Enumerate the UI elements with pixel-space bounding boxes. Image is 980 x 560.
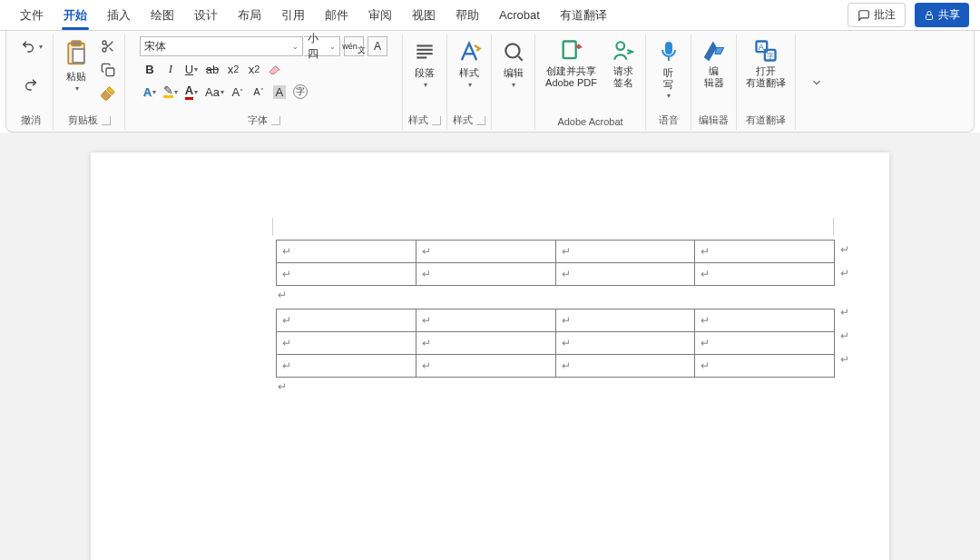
group-label-youdao: 有道翻译 [746,112,786,128]
editing-button[interactable]: 编辑▾ [498,36,529,91]
strikethrough-button[interactable]: ab [202,59,222,79]
eraser-icon [268,62,282,76]
format-painter-button[interactable] [97,84,119,103]
tab-view[interactable]: 视图 [403,2,445,29]
font-name-combo[interactable]: 宋体⌄ [140,36,303,56]
enclose-char-button[interactable]: 字 [290,82,310,102]
table-row[interactable]: ↵↵↵↵ [277,263,835,286]
tab-help[interactable]: 帮助 [446,2,488,29]
paragraph-button[interactable]: 段落▾ [409,36,440,91]
editor-icon [701,38,727,64]
tab-file[interactable]: 文件 [11,2,53,29]
ribbon: ▾ 撤消 粘贴 ▾ [5,31,975,133]
font-dialog-launcher[interactable] [271,116,280,125]
share-icon [924,10,935,21]
document-table-2[interactable]: ↵↵↵↵ ↵↵↵↵ ↵↵↵↵ [276,309,835,378]
request-signature-button[interactable]: 请求签名 [608,36,639,90]
document-area[interactable]: ↵↵↵↵ ↵↵↵↵ ↵ ↵ ↵ ↵↵↵↵ ↵↵↵↵ ↵↵↵↵ ↵ ↵ ↵ ↵ [0,133,980,560]
group-label-editor: 编辑器 [699,112,729,128]
text-effects-button[interactable]: A▾ [140,82,160,102]
group-label-clipboard: 剪贴板 [68,113,98,127]
char-border-button[interactable]: A [368,36,387,56]
grow-font-button[interactable]: A˄ [228,82,248,102]
dictate-button[interactable]: 听写▾ [654,36,683,102]
subscript-button[interactable]: x2 [223,59,243,79]
table-row[interactable]: ↵↵↵↵ [277,309,835,332]
group-label-voice: 语音 [659,112,679,128]
editor-button[interactable]: 编辑器 [698,36,730,90]
font-size-combo[interactable]: 小四⌄ [304,36,340,56]
svg-point-11 [505,44,519,57]
tab-mailings[interactable]: 邮件 [316,2,358,29]
pdf-share-icon [559,38,584,64]
shrink-font-button[interactable]: A˅ [249,82,269,102]
tab-review[interactable]: 审阅 [359,2,401,29]
paragraph-icon [413,38,436,65]
paste-button[interactable]: 粘贴 ▾ [59,36,93,94]
char-shading-button[interactable]: A [270,82,289,102]
tab-draw[interactable]: 绘图 [142,2,183,29]
clipboard-dialog-launcher[interactable] [102,116,111,125]
styles-button[interactable]: 样式▾ [453,36,485,91]
paste-icon [63,38,90,69]
underline-button[interactable]: U▾ [181,59,201,79]
ribbon-tabs: 文件 开始 插入 绘图 设计 布局 引用 邮件 审阅 视图 帮助 Acrobat… [0,0,980,31]
paragraph-dialog-launcher[interactable] [432,116,441,125]
document-table-1[interactable]: ↵↵↵↵ ↵↵↵↵ [276,240,835,286]
bold-button[interactable]: B [140,59,160,79]
copy-icon [101,63,115,77]
group-label-paragraph: 样式 [408,113,428,127]
search-icon [502,38,525,65]
group-label-font: 字体 [248,113,268,127]
brush-icon [100,85,116,102]
table-row[interactable]: ↵↵↵↵ [277,355,835,378]
copy-button[interactable] [98,60,118,80]
italic-button[interactable]: I [161,59,181,79]
open-youdao-button[interactable]: A字 打开有道翻译 [742,36,789,90]
styles-icon [456,38,482,65]
svg-point-5 [103,48,106,52]
microphone-icon [658,38,680,65]
svg-text:字: 字 [767,52,774,60]
clear-formatting-button[interactable] [265,59,285,79]
tab-youdao[interactable]: 有道翻译 [551,2,616,29]
tab-insert[interactable]: 插入 [98,2,140,29]
page[interactable]: ↵↵↵↵ ↵↵↵↵ ↵ ↵ ↵ ↵↵↵↵ ↵↵↵↵ ↵↵↵↵ ↵ ↵ ↵ ↵ [91,152,889,560]
collapse-ribbon-button[interactable] [796,34,838,130]
svg-rect-2 [72,41,81,45]
tab-design[interactable]: 设计 [185,2,227,29]
paragraph-mark: ↵ [278,380,873,393]
chevron-down-icon [810,76,823,89]
group-label-undo: 撤消 [21,112,41,128]
group-label-acrobat: Adobe Acrobat [557,114,622,128]
styles-dialog-launcher[interactable] [476,116,485,125]
comment-icon [858,9,870,22]
group-label-styles: 样式 [453,113,473,127]
svg-rect-3 [73,49,84,63]
table-row[interactable]: ↵↵↵↵ [277,241,835,263]
create-share-pdf-button[interactable]: 创建并共享Adobe PDF [542,36,601,90]
table-row[interactable]: ↵↵↵↵ [277,332,835,355]
change-case-button[interactable]: Aa▾ [202,82,227,102]
svg-rect-0 [926,15,933,19]
svg-rect-6 [106,68,114,76]
svg-rect-12 [563,42,575,59]
tab-layout[interactable]: 布局 [229,2,270,29]
comments-button[interactable]: 批注 [848,3,906,27]
redo-button[interactable] [19,74,43,94]
superscript-button[interactable]: x2 [244,59,264,79]
undo-button[interactable]: ▾ [15,36,45,56]
paragraph-mark: ↵ [278,289,873,301]
highlight-button[interactable]: ✎▾ [161,82,181,102]
share-button[interactable]: 共享 [915,3,969,27]
font-color-button[interactable]: A▾ [181,82,201,102]
comments-label: 批注 [874,7,896,23]
phonetic-guide-button[interactable]: wén文 [344,36,364,56]
scissors-icon [101,39,115,54]
tab-acrobat[interactable]: Acrobat [490,3,549,27]
tab-references[interactable]: 引用 [272,2,314,29]
undo-icon [18,39,38,54]
signature-icon [612,38,635,64]
cut-button[interactable] [98,36,118,56]
tab-home[interactable]: 开始 [54,2,96,29]
